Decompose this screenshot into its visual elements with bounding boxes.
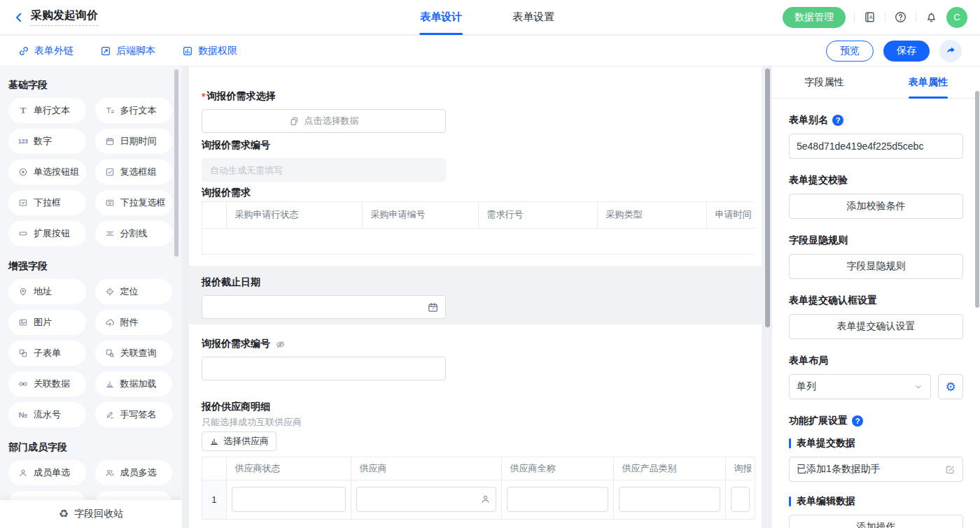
toolbar-link-permission[interactable]: 数据权限: [182, 45, 237, 57]
table-row: 1: [202, 480, 755, 519]
field-pill-label: 子表单: [34, 347, 61, 359]
field-pill-radio-group[interactable]: 单选按钮组: [8, 159, 86, 185]
field-pill-attachment[interactable]: 附件: [95, 310, 173, 335]
request-table: 采购申请行状态采购申请编号需求行号采购类型申请时间: [202, 202, 755, 254]
page-title[interactable]: 采购发起询价: [31, 8, 98, 26]
bar-chart-icon: [209, 436, 219, 446]
help-icon[interactable]: [894, 10, 907, 24]
section-marker: [789, 497, 791, 506]
field-pill-label: 手写签名: [120, 408, 157, 421]
layout-value: 单列: [797, 380, 816, 393]
column-header: 供应商全称: [501, 457, 613, 480]
divider-icon: [104, 229, 116, 238]
field-pill-single-line-text[interactable]: T单行文本: [8, 98, 86, 123]
supplier-hint: 只能选择成功互联供应商: [202, 416, 755, 429]
field-pill-location[interactable]: 定位: [95, 279, 173, 304]
quote-input[interactable]: [731, 487, 750, 512]
back-button[interactable]: [13, 11, 25, 24]
supplier-status-input[interactable]: [232, 487, 346, 512]
tab-form-properties[interactable]: 表单属性: [876, 66, 980, 98]
select-data-box[interactable]: 点击选择数据: [202, 109, 446, 133]
field-pill-number[interactable]: 123数字: [8, 129, 86, 154]
field-quote-deadline-selected[interactable]: 报价截止日期 7: [189, 266, 762, 324]
header-tabs: 表单设计 表单设置: [420, 0, 554, 35]
panel-tabs: 字段属性 表单属性: [772, 66, 980, 99]
address-icon: [17, 287, 29, 297]
supplier-input[interactable]: [356, 487, 496, 512]
gear-icon: ⚙: [945, 380, 955, 394]
preview-button[interactable]: 预览: [826, 41, 874, 62]
submit-confirm-button[interactable]: 表单提交确认设置: [789, 314, 963, 339]
supplier-fullname-input[interactable]: [507, 487, 608, 512]
field-pill-divider[interactable]: 分割线: [95, 221, 173, 246]
group-submit-validation: 表单提交校验 添加校验条件: [789, 174, 963, 219]
field-request-select[interactable]: *询报价需求选择 点击选择数据: [202, 90, 755, 133]
toolbar-link-script[interactable]: 后端脚本: [100, 45, 155, 57]
panel-scrollbar[interactable]: [975, 91, 979, 308]
field-pill-subform[interactable]: 子表单: [8, 341, 86, 366]
submit-data-section: 表单提交数据: [789, 437, 963, 450]
help-circle-icon[interactable]: ?: [852, 415, 863, 427]
share-button[interactable]: [939, 40, 962, 62]
field-pill-extend-button[interactable]: 扩展按钮: [8, 221, 86, 246]
form-alias-input[interactable]: [789, 134, 963, 159]
field-pill-image[interactable]: 图片: [8, 310, 86, 335]
field-pill-checkbox-group[interactable]: 复选框组: [95, 159, 173, 185]
divider: [885, 12, 886, 22]
hidden-code-input[interactable]: [202, 357, 446, 380]
sidebar-scrollbar[interactable]: [174, 69, 178, 257]
field-pill-datetime[interactable]: 日期时间: [95, 129, 173, 154]
field-pill-multi-select[interactable]: 下拉复选框: [95, 190, 173, 215]
field-request-code[interactable]: 询报价需求编号: [202, 138, 755, 182]
field-label: 询报价需求选择: [206, 90, 275, 103]
submit-data-label: 表单提交数据: [797, 437, 855, 450]
tab-field-properties[interactable]: 字段属性: [772, 66, 876, 98]
field-pill-member-multi[interactable]: 成员多选: [95, 460, 173, 485]
data-assistant-value: 已添加1条数据助手: [797, 463, 881, 476]
help-circle-icon[interactable]: ?: [832, 115, 844, 126]
link-icon: [18, 45, 29, 57]
address-book-icon[interactable]: A: [863, 10, 876, 24]
tab-form-settings[interactable]: 表单设置: [512, 0, 554, 35]
data-manage-button[interactable]: 数据管理: [783, 7, 846, 28]
header-actions: 数据管理 A C: [783, 7, 967, 28]
save-button[interactable]: 保存: [883, 41, 930, 62]
layout-select[interactable]: 单列: [789, 374, 931, 399]
field-pill-lookup[interactable]: 关联查询: [95, 341, 173, 366]
data-assistant-box[interactable]: 已添加1条数据助手: [789, 457, 963, 482]
supply-category-input[interactable]: [619, 487, 720, 512]
add-validation-button[interactable]: 添加校验条件: [789, 194, 963, 219]
field-pill-serial-number[interactable]: №流水号: [8, 402, 86, 427]
field-pill-select[interactable]: 下拉框: [8, 190, 86, 215]
field-pill-signature[interactable]: 手写签名: [95, 402, 173, 427]
add-operation-button[interactable]: 添加操作: [789, 515, 963, 528]
field-pill-address[interactable]: 地址: [8, 279, 86, 304]
radio-group-icon: [17, 167, 29, 177]
field-request-code-hidden[interactable]: 询报价需求编号: [202, 337, 755, 380]
toolbar-link-label: 数据权限: [198, 45, 237, 57]
field-pill-data-load[interactable]: 数据加载: [95, 371, 173, 397]
field-request-table[interactable]: 询报价需求 采购申请行状态采购申请编号需求行号采购类型申请时间: [202, 186, 755, 255]
field-supplier-detail[interactable]: 报价供应商明细 只能选择成功互联供应商 选择供应商 供应商状态供应商供应商全称供…: [202, 400, 755, 520]
edit-icon[interactable]: [945, 464, 955, 475]
group-extensions: 功能扩展设置 ? 表单提交数据 已添加1条数据助手 表单编辑数据 添加操作: [789, 415, 963, 528]
field-pill-label: 成员多选: [120, 466, 157, 479]
notification-bell-icon[interactable]: [925, 10, 938, 24]
extensions-label: 功能扩展设置: [789, 415, 848, 427]
field-visibility-button[interactable]: 字段显隐规则: [789, 254, 963, 279]
avatar[interactable]: C: [946, 7, 967, 28]
toolbar-link-label: 表单外链: [34, 45, 74, 57]
field-pill-linked-data[interactable]: 关联数据: [8, 371, 86, 397]
field-pill-multi-line-text[interactable]: 多行文本: [95, 98, 173, 123]
tab-form-design[interactable]: 表单设计: [420, 0, 462, 35]
field-section-title: 部门成员字段: [8, 441, 172, 454]
choose-supplier-button[interactable]: 选择供应商: [202, 431, 276, 451]
date-input[interactable]: 7: [202, 295, 446, 319]
field-recycle-bin[interactable]: ♻ 字段回收站: [0, 500, 182, 528]
field-pill-member-single[interactable]: 成员单选: [8, 460, 86, 485]
field-pill-label: 数字: [34, 135, 52, 148]
canvas-scrollbar[interactable]: [765, 69, 770, 327]
layout-settings-button[interactable]: ⚙: [938, 374, 963, 399]
toolbar-link-link[interactable]: 表单外链: [18, 45, 74, 57]
column-header: 采购申请编号: [362, 202, 478, 228]
